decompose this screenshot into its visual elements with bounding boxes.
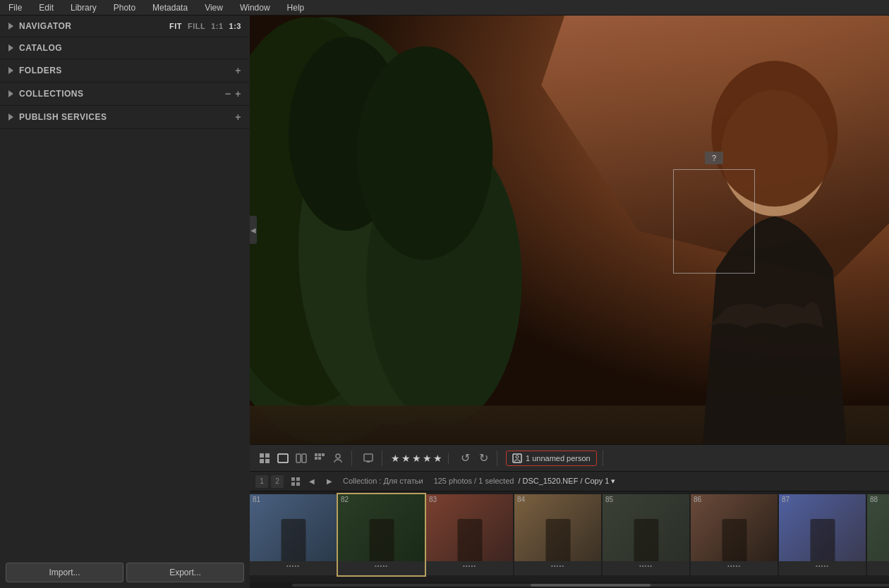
svg-rect-27 xyxy=(318,457,321,460)
svg-rect-18 xyxy=(260,459,264,463)
menu-metadata[interactable]: Metadata xyxy=(150,1,190,14)
thumb-stars: ••••• xyxy=(463,561,476,570)
thumb-image xyxy=(603,494,689,561)
arrow-left-button[interactable]: ◀ xyxy=(304,474,320,489)
navigator-header[interactable]: Navigator FIT FILL 1:1 1:3 xyxy=(0,16,250,37)
thumb-stars: ••••• xyxy=(727,561,741,570)
thumb-number: 82 xyxy=(341,496,349,503)
rotate-right-button[interactable]: ↻ xyxy=(476,451,491,466)
scroll-bar[interactable] xyxy=(250,582,889,588)
svg-rect-17 xyxy=(265,453,270,458)
unnamed-person-label: 1 unnamed person xyxy=(526,454,591,463)
folders-header[interactable]: Folders + xyxy=(0,59,250,82)
collections-minus-icon[interactable]: − xyxy=(225,88,231,99)
path-info[interactable]: / DSC_1520.NEF / Copy 1 ▾ xyxy=(518,477,615,486)
zoom-fill[interactable]: FILL xyxy=(188,22,205,30)
zoom-1-1[interactable]: 1:1 xyxy=(211,22,223,30)
collections-add-icon[interactable]: + xyxy=(235,88,241,99)
rotate-group: ↺ ↻ xyxy=(457,451,497,466)
filmstrip-view-2[interactable]: 2 xyxy=(271,475,284,488)
thumb-number: 83 xyxy=(429,496,437,503)
svg-rect-33 xyxy=(291,477,295,481)
menu-help[interactable]: Help xyxy=(284,1,308,14)
thumbnail-item[interactable]: 81 ••••• xyxy=(250,494,337,575)
thumbnail-item[interactable]: 84 ••••• xyxy=(514,494,601,575)
catalog-label: Catalog xyxy=(19,43,62,53)
view-survey-button[interactable] xyxy=(312,451,327,466)
zoom-1-3[interactable]: 1:3 xyxy=(229,22,241,30)
svg-point-32 xyxy=(516,455,519,458)
thumb-number: 84 xyxy=(517,496,525,503)
slideshow-button[interactable] xyxy=(361,451,376,466)
unnamed-person-button[interactable]: 1 unnamed person xyxy=(506,451,597,466)
arrow-right-button[interactable]: ▶ xyxy=(322,474,337,489)
thumbnail-item[interactable]: 82 ••••• xyxy=(338,494,425,575)
folders-section: Folders + xyxy=(0,59,250,82)
import-export-area: Import... Export... xyxy=(0,557,250,588)
navigator-label: Navigator xyxy=(19,21,72,31)
thumb-stars: ••••• xyxy=(816,561,829,570)
menu-file[interactable]: File xyxy=(6,1,25,14)
photos-info: 125 photos / 1 selected xyxy=(434,477,514,486)
filmstrip-view-1[interactable]: 1 xyxy=(255,475,268,488)
rotate-left-button[interactable]: ↺ xyxy=(457,451,473,466)
menu-photo[interactable]: Photo xyxy=(111,1,138,14)
folders-add-icon[interactable]: + xyxy=(235,65,241,76)
menu-window[interactable]: Window xyxy=(237,1,273,14)
svg-point-11 xyxy=(357,47,493,260)
svg-rect-30 xyxy=(367,461,370,463)
thumb-image xyxy=(867,494,889,561)
star-group: ★ ★ ★ ★ ★ xyxy=(391,453,449,464)
face-group: 1 unnamed person xyxy=(506,451,603,466)
view-grid-button[interactable] xyxy=(257,451,272,466)
svg-rect-23 xyxy=(315,453,318,456)
navigator-zoom-options: FIT FILL 1:1 1:3 xyxy=(169,22,241,30)
svg-rect-25 xyxy=(322,453,325,456)
folders-label: Folders xyxy=(19,66,62,75)
publish-services-section: Publish Services + xyxy=(0,106,250,129)
publish-services-header[interactable]: Publish Services + xyxy=(0,106,250,128)
filmstrip-info: Collection : Для статьи 125 photos / 1 s… xyxy=(343,477,615,486)
thumbnail-item[interactable]: 86 ••••• xyxy=(691,494,778,575)
thumb-image xyxy=(426,494,513,561)
publish-add-icon[interactable]: + xyxy=(235,111,241,123)
catalog-section: Catalog xyxy=(0,37,250,59)
thumb-stars: ••••• xyxy=(639,561,653,570)
view-loupe-button[interactable] xyxy=(275,451,291,466)
thumbnail-item[interactable]: 83 ••••• xyxy=(426,494,513,575)
thumb-image xyxy=(514,494,601,561)
catalog-header[interactable]: Catalog xyxy=(0,37,250,59)
export-button[interactable]: Export... xyxy=(126,563,244,582)
svg-rect-29 xyxy=(364,454,373,461)
left-panel: Navigator FIT FILL 1:1 1:3 Catalog xyxy=(0,16,250,588)
menu-edit[interactable]: Edit xyxy=(36,1,56,14)
svg-rect-35 xyxy=(291,482,295,486)
thumb-number: 88 xyxy=(870,496,878,503)
left-panel-toggle[interactable]: ◀ xyxy=(250,216,257,244)
thumbnail-item[interactable]: 87 ••••• xyxy=(779,494,866,575)
photo-view[interactable]: ? ◀ xyxy=(250,16,889,444)
thumbnail-item[interactable]: 88 ••••• xyxy=(867,494,889,575)
center-area: ? ◀ xyxy=(250,16,889,588)
panel-spacer xyxy=(0,129,250,557)
view-people-button[interactable] xyxy=(330,451,346,466)
catalog-triangle xyxy=(8,44,13,51)
menu-bar: File Edit Library Photo Metadata View Wi… xyxy=(0,0,889,16)
svg-rect-16 xyxy=(260,453,264,458)
folders-triangle xyxy=(8,67,13,74)
grid-view-button[interactable] xyxy=(289,475,302,488)
view-compare-button[interactable] xyxy=(294,451,309,466)
svg-rect-21 xyxy=(296,454,301,463)
zoom-fit[interactable]: FIT xyxy=(169,22,182,30)
menu-library[interactable]: Library xyxy=(68,1,99,14)
menu-view[interactable]: View xyxy=(202,1,226,14)
thumbnail-item[interactable]: 85 ••••• xyxy=(603,494,689,575)
thumb-stars: ••••• xyxy=(551,561,564,570)
thumb-stars: ••••• xyxy=(286,561,300,570)
svg-rect-36 xyxy=(296,482,300,486)
star-rating[interactable]: ★ ★ ★ ★ ★ xyxy=(391,453,442,464)
svg-rect-20 xyxy=(278,454,288,463)
import-button[interactable]: Import... xyxy=(6,563,123,582)
thumb-stars: ••••• xyxy=(375,561,388,570)
collections-header[interactable]: Collections − + xyxy=(0,82,250,105)
